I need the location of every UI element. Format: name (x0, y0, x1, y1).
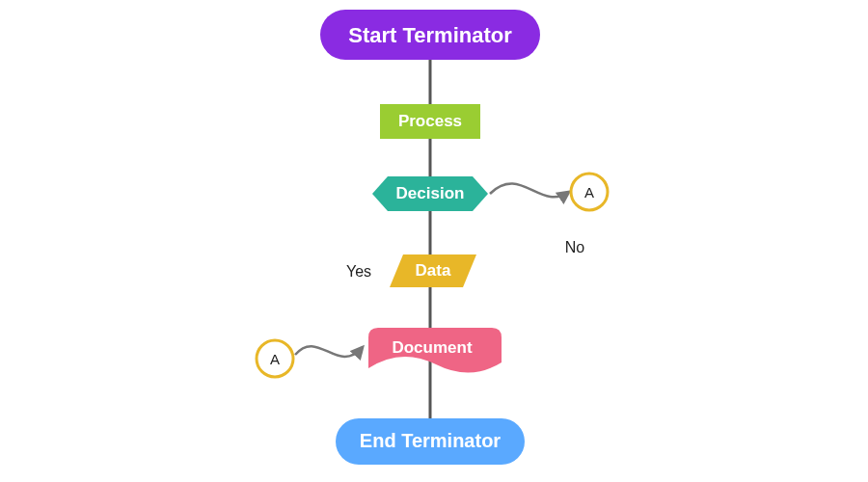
end-terminator-label: End Terminator (360, 430, 502, 451)
edge-connA-to-document (295, 346, 363, 357)
edge-decision-to-connA (490, 184, 569, 198)
data-label: Data (416, 261, 451, 280)
decision-label: Decision (396, 184, 465, 202)
data-node: Data (390, 254, 476, 287)
document-node: Document (368, 328, 502, 373)
decision-node: Decision (372, 176, 488, 211)
start-terminator-label: Start Terminator (348, 23, 512, 47)
edge-label-yes: Yes (346, 263, 371, 280)
edge-label-no: No (565, 239, 585, 255)
start-terminator-node: Start Terminator (320, 10, 540, 60)
end-terminator-node: End Terminator (336, 418, 525, 465)
connector-a-right-label: A (584, 184, 594, 201)
document-label: Document (392, 338, 472, 357)
process-label: Process (398, 112, 462, 130)
connector-a-left: A (257, 340, 293, 377)
process-node: Process (380, 104, 480, 139)
connector-a-right: A (571, 174, 608, 210)
flowchart-canvas: Start Terminator Process Decision A No Y… (0, 0, 868, 482)
connector-a-left-label: A (270, 351, 280, 367)
